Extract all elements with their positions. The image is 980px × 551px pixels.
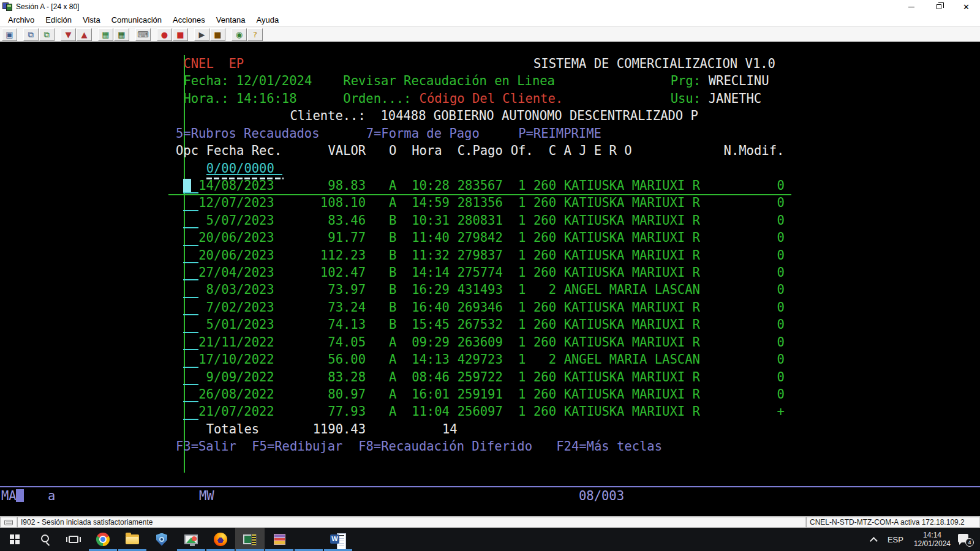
terminal-text: C A J E R O: [549, 143, 632, 158]
display-setup-button[interactable]: ▦: [98, 28, 113, 41]
copy-button[interactable]: ⧉: [23, 28, 39, 41]
opc-input-field[interactable]: [183, 332, 198, 333]
cell-caja: 2: [533, 352, 556, 367]
taskbar-app-winrar[interactable]: [265, 528, 294, 551]
cell-date: 26/08/2022: [198, 387, 274, 402]
winrar-icon: [274, 534, 285, 545]
taskbar-app-shield[interactable]: [147, 528, 176, 551]
taskbar-app-pcomm[interactable]: [235, 528, 265, 551]
cell-c_pago: 431493: [458, 282, 503, 297]
help-button[interactable]: ?: [247, 28, 263, 41]
menu-item-ayuda[interactable]: Ayuda: [251, 14, 285, 26]
taskbar-app-photos[interactable]: [176, 528, 206, 551]
search-icon: [41, 534, 49, 542]
window-title: Sesión A - [24 x 80]: [16, 2, 79, 11]
cell-n_modif: 0: [777, 352, 785, 367]
taskbar-app-lightbulb[interactable]: [294, 528, 323, 551]
terminal-text: Prg:: [671, 73, 701, 88]
play-macro-button[interactable]: ▶: [194, 28, 209, 41]
cell-hora: 15:45: [412, 317, 450, 332]
opc-input-field[interactable]: [183, 314, 198, 315]
opc-input-field[interactable]: [183, 297, 198, 298]
opc-input-field[interactable]: [183, 419, 198, 420]
terminal-text: C.Pago: [458, 143, 503, 158]
paste-button[interactable]: ⧉: [39, 28, 55, 41]
display-sessions-button[interactable]: ▦: [114, 28, 129, 41]
opc-input-field[interactable]: [183, 367, 198, 368]
cell-valor: 98.83: [313, 178, 366, 193]
oia-system-indicator: MA: [1, 489, 17, 503]
clock-date: 12/01/2024: [914, 539, 951, 548]
opc-input-field[interactable]: [183, 210, 198, 211]
cell-n_modif: 0: [777, 387, 785, 402]
taskbar-app-word[interactable]: [323, 528, 353, 551]
cell-c_pago: 259191: [458, 387, 503, 402]
oia-cursor-block: [16, 489, 24, 502]
menu-item-archivo[interactable]: Archivo: [2, 14, 40, 26]
cell-of: 1: [511, 230, 526, 245]
send-file-button[interactable]: ▲: [77, 28, 92, 41]
cell-n_modif: 0: [777, 370, 785, 384]
terminal-text: Hora: [412, 143, 442, 158]
restore-button[interactable]: [925, 0, 952, 13]
menu-item-comunicacion[interactable]: Comunicación: [106, 14, 167, 26]
stop-record-button[interactable]: ■: [173, 28, 188, 41]
clock[interactable]: 14:14 12/01/2024: [909, 531, 956, 548]
globe-button[interactable]: ◉: [232, 28, 247, 41]
cell-c_pago: 259722: [458, 370, 503, 384]
taskbar-app-firefox[interactable]: [206, 528, 235, 551]
taskbar-app-chrome[interactable]: [88, 528, 118, 551]
receive-file-button[interactable]: ▼: [61, 28, 76, 41]
menu-item-edicion[interactable]: Edición: [40, 14, 77, 26]
stop-macro-button[interactable]: ■: [210, 28, 225, 41]
cell-o: A: [389, 387, 396, 402]
taskbar-app-explorer[interactable]: [118, 528, 147, 551]
close-button[interactable]: ✕: [952, 0, 980, 13]
keyboard-setup-button[interactable]: ⌨: [135, 28, 151, 41]
oia-shift-indicator: MW: [199, 489, 214, 503]
menu-item-ventana[interactable]: Ventana: [211, 14, 251, 26]
taskview-button[interactable]: [59, 528, 88, 551]
tray-expand-button[interactable]: [865, 528, 882, 551]
title-bar[interactable]: Sesión A - [24 x 80] ✕: [0, 0, 980, 13]
terminal-text: SISTEMA DE COMERCIALIZACION V1.0: [533, 56, 775, 71]
opc-input-field[interactable]: [183, 245, 198, 246]
cell-cajero: KATIUSKA MARIUXI R: [564, 213, 700, 228]
keyboard-status-icon: [4, 520, 13, 525]
cell-n_modif: 0: [777, 178, 785, 193]
opc-input-field[interactable]: [183, 192, 198, 193]
opc-input-field[interactable]: [183, 349, 198, 350]
opc-input-field[interactable]: [183, 401, 198, 402]
menu-item-acciones[interactable]: Acciones: [167, 14, 211, 26]
record-macro-button[interactable]: ●: [157, 28, 172, 41]
cell-valor: 80.97: [313, 387, 366, 402]
cell-hora: 14:13: [412, 352, 450, 367]
language-indicator[interactable]: ESP: [882, 528, 909, 551]
cell-valor: 83.28: [313, 370, 366, 384]
rule-line-vertical: [184, 55, 185, 473]
start-button[interactable]: [0, 528, 29, 551]
cell-c_pago: 280831: [458, 213, 503, 228]
connection-status: CNEL-N-STD-MTZ-COM-A activa 172.18.109.2: [806, 517, 980, 528]
opc-input-field[interactable]: [183, 279, 198, 280]
opc-input-field[interactable]: [183, 227, 198, 228]
display-sessions-icon: ▦: [118, 31, 125, 39]
stop-macro-icon: ■: [214, 31, 221, 39]
copy-icon: ⧉: [28, 31, 34, 39]
restore-icon: [937, 4, 941, 9]
print-screen-button[interactable]: ▣: [2, 28, 17, 41]
minimize-button[interactable]: [897, 0, 925, 13]
terminal-screen[interactable]: MA a MW 08/003 CNEL EPSISTEMA DE COMERCI…: [0, 42, 980, 516]
cell-cajero: KATIUSKA MARIUXI R: [564, 317, 700, 332]
search-button[interactable]: [29, 528, 59, 551]
cell-of: 1: [511, 335, 526, 350]
notification-button[interactable]: 4: [958, 534, 971, 545]
terminal-text: O: [389, 143, 396, 158]
opc-input-field[interactable]: [183, 384, 198, 385]
menu-item-vista[interactable]: Vista: [77, 14, 106, 26]
terminal-text: F8=Recaudación Diferido: [358, 439, 532, 454]
cell-cajero: KATIUSKA MARIUXI R: [564, 387, 700, 402]
terminal-text: Fecha: 12/01/2024: [183, 73, 312, 88]
cell-valor: 102.47: [313, 265, 366, 280]
opc-input-field[interactable]: [183, 262, 198, 263]
